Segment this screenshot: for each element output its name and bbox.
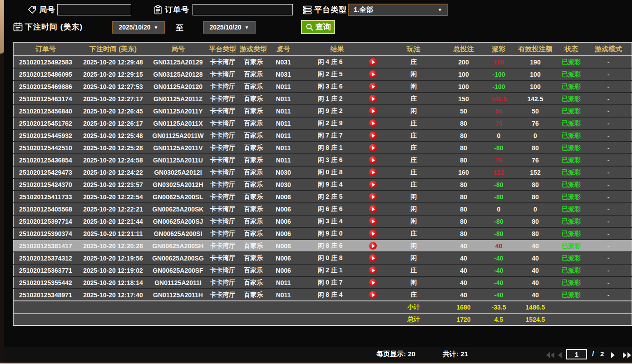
bet-time-cell: 2025-10-20 12:18:14 — [78, 276, 148, 289]
table-row[interactable]: 251020125355442 2025-10-20 12:18:14 GN01… — [13, 276, 632, 289]
replay-icon[interactable] — [369, 242, 377, 250]
replay-icon[interactable] — [369, 266, 377, 274]
query-button[interactable]: 查询 — [301, 20, 335, 34]
order-number-input[interactable] — [193, 4, 293, 15]
table-row[interactable]: 251020125429473 2025-10-20 12:24:22 GN03… — [13, 166, 632, 178]
game-type-cell: 百家乐 — [237, 264, 269, 276]
round-number-input[interactable] — [57, 4, 131, 15]
replay-icon[interactable] — [369, 279, 377, 286]
platform-cell: 卡卡湾厅 — [207, 56, 237, 68]
play-type-cell: 庄 — [395, 142, 432, 154]
table-row[interactable]: 251020125486095 2025-10-20 12:29:15 GN03… — [13, 68, 632, 80]
replay-icon[interactable] — [369, 107, 377, 115]
replay-icon[interactable] — [369, 58, 377, 66]
table-row[interactable]: 251020125424370 2025-10-20 12:23:57 GN03… — [13, 178, 632, 191]
replay-icon[interactable] — [369, 181, 377, 188]
table-row[interactable]: 251020125348971 2025-10-20 12:17:40 GN01… — [13, 289, 632, 301]
payout-cell: 142.5 — [484, 93, 514, 105]
grand-total-total-bet: 1720 — [432, 313, 484, 325]
result-text: 闲 4 庄 6 — [305, 58, 355, 66]
replay-icon[interactable] — [369, 205, 377, 213]
replay-icon[interactable] — [369, 254, 377, 262]
replay-icon[interactable] — [369, 156, 377, 164]
column-header-2: 下注时间 (美东) — [78, 42, 148, 56]
table-row[interactable]: 251020125381417 2025-10-20 12:20:28 GN00… — [13, 240, 632, 252]
next-page-icon[interactable] — [611, 352, 615, 360]
payout-cell: -80 — [484, 178, 514, 191]
table-row[interactable]: 251020125445932 2025-10-20 12:25:48 GN01… — [13, 129, 632, 142]
table-row[interactable]: 251020125390374 2025-10-20 12:21:11 GN00… — [13, 227, 632, 240]
replay-icon[interactable] — [369, 193, 377, 201]
column-header-3: 局号 — [148, 42, 207, 56]
table-header-row: 订单号下注时间 (美东)局号平台类型游戏类型桌号结果玩法总投注派彩有效投注额状态… — [13, 42, 632, 56]
bet-time-cell: 2025-10-20 12:22:54 — [78, 191, 148, 203]
result-cell: 闲 8 庄 1 — [297, 142, 395, 154]
result-cell: 闲 0 庄 8 — [297, 166, 395, 178]
round-number-cell: GN00625A200SL — [148, 191, 207, 203]
first-page-icon[interactable] — [546, 352, 555, 360]
table-row[interactable]: 251020125456840 2025-10-20 12:26:45 GN01… — [13, 105, 632, 117]
replay-icon[interactable] — [369, 83, 377, 90]
order-number-cell: 251020125397714 — [13, 215, 78, 227]
round-number-cell: GN01125A2011W — [148, 129, 207, 142]
table-row[interactable]: 251020125442510 2025-10-20 12:25:28 GN01… — [13, 142, 632, 154]
game-mode-cell: - — [585, 117, 632, 129]
result-text: 闲 2 庄 9 — [305, 119, 355, 128]
total-bet-cell: 160 — [432, 166, 484, 178]
order-number-cell: 251020125442510 — [13, 142, 78, 154]
valid-bet-cell: 76 — [514, 154, 557, 166]
replay-icon[interactable] — [369, 132, 377, 139]
subtotal-label: 小计 — [395, 301, 432, 313]
total-bet-cell: 80 — [432, 142, 484, 154]
replay-icon[interactable] — [369, 230, 377, 237]
replay-icon[interactable] — [369, 70, 377, 78]
result-text: 闲 7 庄 7 — [305, 132, 355, 140]
previous-page-icon[interactable] — [558, 352, 562, 360]
game-mode-cell: - — [585, 154, 632, 166]
valid-bet-cell: 76 — [514, 117, 557, 129]
result-text: 闲 8 庄 1 — [305, 144, 355, 152]
table-row[interactable]: 251020125451762 2025-10-20 12:26:17 GN01… — [13, 117, 632, 129]
table-row[interactable]: 251020125363771 2025-10-20 12:19:02 GN00… — [13, 264, 632, 276]
result-cell: 闲 9 庄 2 — [297, 105, 395, 117]
round-number-cell: GN01125A2011I — [148, 276, 207, 289]
table-number-cell: N011 — [269, 142, 297, 154]
table-number-cell: N011 — [269, 117, 297, 129]
platform-cell: 卡卡湾厅 — [207, 215, 237, 227]
table-row[interactable]: 251020125411733 2025-10-20 12:22:54 GN00… — [13, 191, 632, 203]
last-page-icon[interactable] — [622, 352, 631, 360]
result-cell: 闲 0 庄 7 — [297, 276, 395, 289]
order-number-cell: 251020125492583 — [13, 56, 78, 68]
total-pages-label: 2 — [600, 350, 604, 358]
game-type-cell: 百家乐 — [237, 129, 269, 142]
table-row[interactable]: 251020125405568 2025-10-20 12:22:21 GN00… — [13, 203, 632, 215]
table-number-cell: N030 — [269, 178, 297, 191]
page-number-input[interactable] — [566, 349, 587, 359]
replay-icon[interactable] — [369, 95, 377, 103]
replay-icon[interactable] — [369, 168, 377, 176]
table-row[interactable]: 251020125397714 2025-10-20 12:21:44 GN00… — [13, 215, 632, 227]
platform-type-select[interactable]: 1.全部 ▼ — [348, 4, 448, 16]
status-cell: 已派彩 — [557, 80, 585, 93]
replay-icon[interactable] — [369, 144, 377, 152]
replay-icon[interactable] — [369, 217, 377, 225]
order-number-cell: 251020125445932 — [13, 129, 78, 142]
date-to-dropdown[interactable]: 2025/10/20 ▼ — [203, 21, 256, 34]
table-row[interactable]: 251020125374312 2025-10-20 12:19:56 GN00… — [13, 252, 632, 264]
bet-time-cell: 2025-10-20 12:26:45 — [78, 105, 148, 117]
round-number-cell: GN01125A20120 — [148, 80, 207, 93]
table-row[interactable]: 251020125463174 2025-10-20 12:27:17 GN01… — [13, 93, 632, 105]
valid-bet-cell: 142.5 — [514, 93, 557, 105]
round-number-cell: GN01125A2011V — [148, 142, 207, 154]
table-row[interactable]: 251020125492583 2025-10-20 12:29:48 GN03… — [13, 56, 632, 68]
total-bet-cell: 80 — [432, 203, 484, 215]
table-number-cell: N031 — [269, 68, 297, 80]
game-mode-cell: - — [585, 80, 632, 93]
valid-bet-cell: 40 — [514, 252, 557, 264]
table-row[interactable]: 251020125436854 2025-10-20 12:24:58 GN01… — [13, 154, 632, 166]
date-from-dropdown[interactable]: 2025/10/20 ▼ — [112, 21, 165, 34]
table-row[interactable]: 251020125469886 2025-10-20 12:27:53 GN01… — [13, 80, 632, 93]
replay-icon[interactable] — [369, 291, 377, 299]
table-number-cell: N011 — [269, 129, 297, 142]
replay-icon[interactable] — [369, 119, 377, 127]
